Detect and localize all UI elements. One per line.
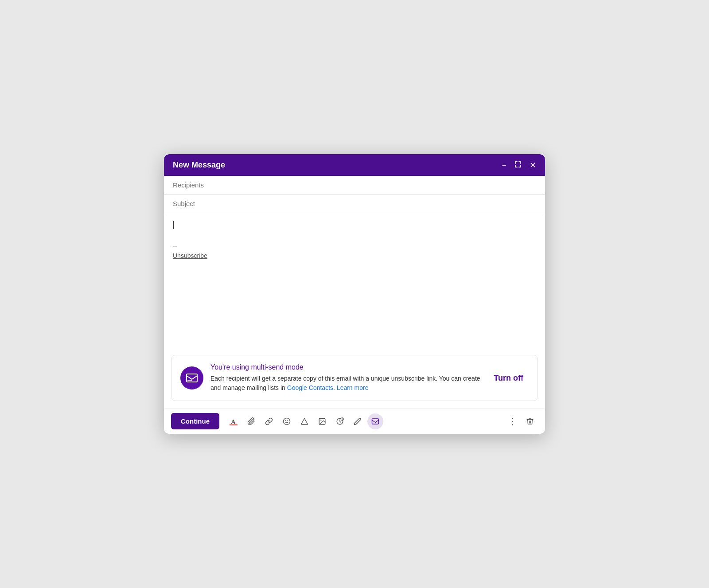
maximize-icon[interactable] [514,161,522,169]
multi-send-banner: You're using multi-send mode Each recipi… [171,355,538,401]
emoji-icon[interactable] [279,413,295,429]
toggle-multisend-icon[interactable] [367,413,383,429]
svg-point-8 [320,420,321,421]
svg-rect-11 [372,419,379,424]
attach-icon[interactable] [243,413,259,429]
minimize-icon[interactable]: − [502,161,506,169]
multi-send-content: You're using multi-send mode Each recipi… [210,363,481,393]
format-text-icon[interactable]: A [226,413,242,429]
compose-window: New Message − ✕ -- Unsubscribe [164,154,545,434]
pen-icon[interactable] [350,413,366,429]
recipients-input[interactable] [173,181,536,189]
signature-area: -- Unsubscribe [173,242,536,259]
svg-point-4 [284,418,290,424]
compose-header: New Message − ✕ [164,154,545,176]
multi-send-title: You're using multi-send mode [210,363,481,371]
svg-text:A: A [231,418,236,425]
link-icon[interactable] [261,413,277,429]
compose-body[interactable]: -- Unsubscribe [164,213,545,355]
compose-title: New Message [173,160,225,170]
banner-period: . [333,384,335,391]
subject-input[interactable] [173,200,536,207]
close-icon[interactable]: ✕ [530,161,536,169]
learn-more-link[interactable]: Learn more [337,384,369,391]
discard-button[interactable] [522,413,538,429]
multi-send-description: Each recipient will get a separate copy … [210,374,481,393]
more-options-button[interactable]: ⋮ [504,413,520,429]
multi-send-icon [180,366,203,389]
signature-separator: -- [173,242,536,249]
drive-icon[interactable] [296,413,312,429]
text-cursor [173,221,174,229]
header-actions: − ✕ [502,161,536,169]
scheduled-send-icon[interactable] [332,413,348,429]
subject-field [164,195,545,213]
google-contacts-link[interactable]: Google Contacts [287,384,333,391]
recipients-field [164,176,545,195]
compose-toolbar: Continue A [164,408,545,434]
image-icon[interactable] [314,413,330,429]
unsubscribe-link[interactable]: Unsubscribe [173,252,207,259]
turn-off-button[interactable]: Turn off [488,370,529,386]
svg-rect-1 [187,380,192,381]
continue-button[interactable]: Continue [171,413,219,429]
